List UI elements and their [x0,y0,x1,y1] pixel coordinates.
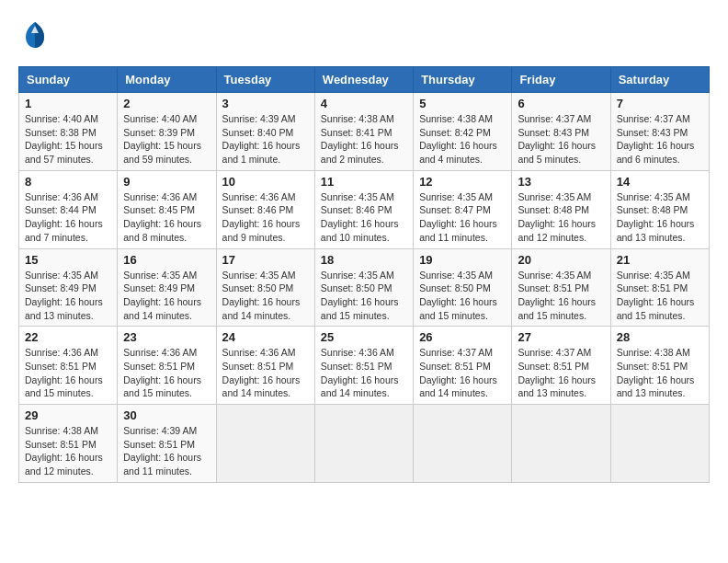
calendar-cell: 18Sunrise: 4:35 AMSunset: 8:50 PMDayligh… [314,248,413,327]
calendar-cell: 8Sunrise: 4:36 AMSunset: 8:44 PMDaylight… [19,170,118,248]
day-number: 12 [419,175,506,189]
calendar-week-3: 15Sunrise: 4:35 AMSunset: 8:49 PMDayligh… [19,248,710,327]
calendar-cell [414,405,512,483]
day-info: Sunrise: 4:35 AMSunset: 8:48 PMDaylight:… [518,190,604,245]
day-number: 14 [617,175,703,189]
header-wednesday: Wednesday [314,67,413,93]
day-info: Sunrise: 4:37 AMSunset: 8:51 PMDaylight:… [419,346,506,400]
day-info: Sunrise: 4:36 AMSunset: 8:51 PMDaylight:… [25,346,111,400]
day-info: Sunrise: 4:38 AMSunset: 8:51 PMDaylight:… [25,424,111,478]
calendar-cell: 1Sunrise: 4:40 AMSunset: 8:38 PMDaylight… [19,93,118,171]
day-number: 24 [222,330,309,344]
day-info: Sunrise: 4:37 AMSunset: 8:43 PMDaylight:… [617,112,703,167]
calendar-week-2: 8Sunrise: 4:36 AMSunset: 8:44 PMDaylight… [19,170,710,248]
day-number: 9 [123,175,210,189]
day-info: Sunrise: 4:37 AMSunset: 8:43 PMDaylight:… [518,112,604,167]
day-number: 6 [518,97,604,110]
day-number: 17 [222,253,309,267]
calendar-cell: 27Sunrise: 4:37 AMSunset: 8:51 PMDayligh… [512,327,610,405]
day-number: 26 [419,330,506,344]
day-number: 30 [123,408,210,422]
calendar-cell: 17Sunrise: 4:35 AMSunset: 8:50 PMDayligh… [216,248,314,327]
day-info: Sunrise: 4:35 AMSunset: 8:49 PMDaylight:… [25,269,111,323]
day-info: Sunrise: 4:38 AMSunset: 8:42 PMDaylight:… [419,112,506,167]
day-info: Sunrise: 4:40 AMSunset: 8:38 PMDaylight:… [25,112,111,167]
day-info: Sunrise: 4:35 AMSunset: 8:48 PMDaylight:… [617,190,703,245]
calendar-week-5: 29Sunrise: 4:38 AMSunset: 8:51 PMDayligh… [19,405,710,483]
header-tuesday: Tuesday [216,67,314,93]
calendar-cell: 7Sunrise: 4:37 AMSunset: 8:43 PMDaylight… [610,93,709,171]
day-number: 28 [617,330,703,344]
calendar-cell: 11Sunrise: 4:35 AMSunset: 8:46 PMDayligh… [314,170,413,248]
day-info: Sunrise: 4:39 AMSunset: 8:51 PMDaylight:… [123,424,210,478]
day-info: Sunrise: 4:35 AMSunset: 8:50 PMDaylight:… [222,269,309,323]
day-number: 7 [617,97,703,110]
header-sunday: Sunday [19,67,118,93]
calendar-cell: 28Sunrise: 4:38 AMSunset: 8:51 PMDayligh… [610,327,709,405]
day-number: 4 [321,97,407,110]
calendar-cell: 19Sunrise: 4:35 AMSunset: 8:50 PMDayligh… [414,248,512,327]
calendar-table: SundayMondayTuesdayWednesdayThursdayFrid… [18,66,710,483]
calendar-cell: 30Sunrise: 4:39 AMSunset: 8:51 PMDayligh… [118,405,216,483]
day-number: 27 [518,330,604,344]
day-number: 13 [518,175,604,189]
calendar-cell: 20Sunrise: 4:35 AMSunset: 8:51 PMDayligh… [512,248,610,327]
day-info: Sunrise: 4:35 AMSunset: 8:51 PMDaylight:… [617,269,703,323]
day-number: 1 [25,97,111,110]
day-number: 19 [419,253,506,267]
calendar-cell: 16Sunrise: 4:35 AMSunset: 8:49 PMDayligh… [118,248,216,327]
calendar-cell [610,405,709,483]
calendar-cell: 24Sunrise: 4:36 AMSunset: 8:51 PMDayligh… [216,327,314,405]
calendar-cell: 12Sunrise: 4:35 AMSunset: 8:47 PMDayligh… [414,170,512,248]
header-friday: Friday [512,67,610,93]
day-info: Sunrise: 4:35 AMSunset: 8:50 PMDaylight:… [321,269,407,323]
calendar-cell: 5Sunrise: 4:38 AMSunset: 8:42 PMDaylight… [414,93,512,171]
calendar-cell [314,405,413,483]
day-info: Sunrise: 4:36 AMSunset: 8:46 PMDaylight:… [222,190,309,245]
day-info: Sunrise: 4:35 AMSunset: 8:47 PMDaylight:… [419,190,506,245]
day-number: 5 [419,97,506,110]
day-info: Sunrise: 4:36 AMSunset: 8:51 PMDaylight:… [321,346,407,400]
day-number: 18 [321,253,407,267]
page-header [18,18,710,52]
calendar-cell: 10Sunrise: 4:36 AMSunset: 8:46 PMDayligh… [216,170,314,248]
day-info: Sunrise: 4:35 AMSunset: 8:49 PMDaylight:… [123,269,210,323]
calendar-cell: 22Sunrise: 4:36 AMSunset: 8:51 PMDayligh… [19,327,118,405]
calendar-header-row: SundayMondayTuesdayWednesdayThursdayFrid… [19,67,710,93]
calendar-cell: 2Sunrise: 4:40 AMSunset: 8:39 PMDaylight… [118,93,216,171]
day-info: Sunrise: 4:38 AMSunset: 8:51 PMDaylight:… [617,346,703,400]
day-info: Sunrise: 4:35 AMSunset: 8:50 PMDaylight:… [419,269,506,323]
day-number: 10 [222,175,309,189]
day-number: 23 [123,330,210,344]
calendar-week-4: 22Sunrise: 4:36 AMSunset: 8:51 PMDayligh… [19,327,710,405]
calendar-cell: 14Sunrise: 4:35 AMSunset: 8:48 PMDayligh… [610,170,709,248]
calendar-cell: 4Sunrise: 4:38 AMSunset: 8:41 PMDaylight… [314,93,413,171]
logo-icon [18,18,51,52]
calendar-cell: 26Sunrise: 4:37 AMSunset: 8:51 PMDayligh… [414,327,512,405]
day-number: 3 [222,97,309,110]
day-info: Sunrise: 4:38 AMSunset: 8:41 PMDaylight:… [321,112,407,167]
calendar-cell: 25Sunrise: 4:36 AMSunset: 8:51 PMDayligh… [314,327,413,405]
day-number: 16 [123,253,210,267]
day-number: 22 [25,330,111,344]
day-info: Sunrise: 4:36 AMSunset: 8:45 PMDaylight:… [123,190,210,245]
day-info: Sunrise: 4:37 AMSunset: 8:51 PMDaylight:… [518,346,604,400]
day-number: 8 [25,175,111,189]
day-info: Sunrise: 4:35 AMSunset: 8:51 PMDaylight:… [518,269,604,323]
day-number: 11 [321,175,407,189]
logo [18,18,57,52]
day-number: 25 [321,330,407,344]
calendar-cell: 29Sunrise: 4:38 AMSunset: 8:51 PMDayligh… [19,405,118,483]
day-info: Sunrise: 4:35 AMSunset: 8:46 PMDaylight:… [321,190,407,245]
calendar-week-1: 1Sunrise: 4:40 AMSunset: 8:38 PMDaylight… [19,93,710,171]
calendar-cell: 13Sunrise: 4:35 AMSunset: 8:48 PMDayligh… [512,170,610,248]
calendar-cell [512,405,610,483]
calendar-cell: 23Sunrise: 4:36 AMSunset: 8:51 PMDayligh… [118,327,216,405]
calendar-cell: 21Sunrise: 4:35 AMSunset: 8:51 PMDayligh… [610,248,709,327]
day-number: 2 [123,97,210,110]
calendar-cell: 9Sunrise: 4:36 AMSunset: 8:45 PMDaylight… [118,170,216,248]
header-saturday: Saturday [610,67,709,93]
day-number: 20 [518,253,604,267]
day-number: 15 [25,253,111,267]
calendar-cell: 6Sunrise: 4:37 AMSunset: 8:43 PMDaylight… [512,93,610,171]
